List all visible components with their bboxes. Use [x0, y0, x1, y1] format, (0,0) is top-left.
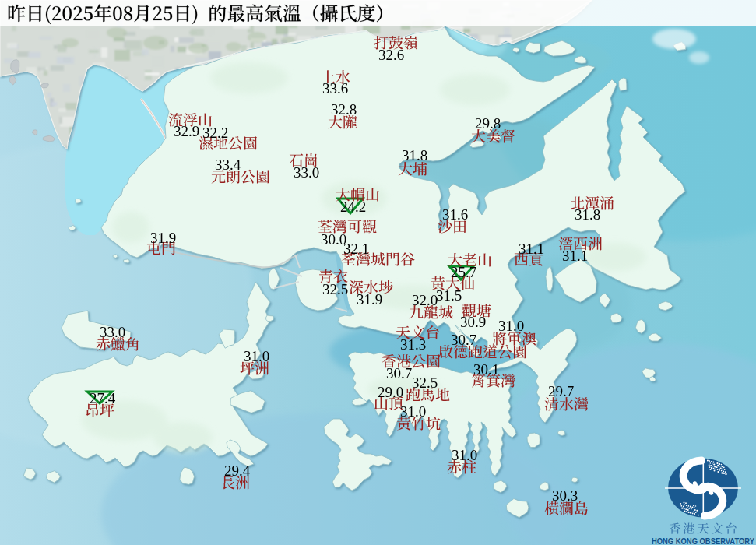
svg-text:31.5: 31.5	[436, 287, 462, 304]
svg-text:29.7: 29.7	[548, 383, 574, 399]
svg-text:32.5: 32.5	[322, 281, 348, 297]
svg-text:29.8: 29.8	[475, 115, 501, 132]
svg-text:31.0: 31.0	[244, 348, 269, 364]
svg-text:32.1: 32.1	[343, 241, 369, 257]
svg-text:33.0: 33.0	[100, 324, 125, 340]
svg-text:24.2: 24.2	[340, 199, 366, 215]
svg-text:31.1: 31.1	[519, 241, 544, 257]
svg-text:31.9: 31.9	[357, 291, 382, 308]
svg-text:29.0: 29.0	[378, 384, 403, 400]
svg-text:32.9: 32.9	[174, 123, 199, 139]
svg-text:32.0: 32.0	[412, 292, 438, 308]
svg-text:31.6: 31.6	[442, 206, 468, 223]
svg-text:32.8: 32.8	[331, 101, 357, 118]
svg-text:31.3: 31.3	[400, 336, 426, 353]
svg-text:30.9: 30.9	[460, 314, 486, 330]
svg-text:27.4: 27.4	[90, 390, 116, 406]
svg-text:31.0: 31.0	[400, 403, 426, 420]
svg-text:32.5: 32.5	[412, 374, 438, 391]
svg-text:33.0: 33.0	[294, 164, 319, 181]
svg-text:31.8: 31.8	[402, 147, 427, 164]
svg-text:31.0: 31.0	[498, 318, 524, 334]
svg-text:30.1: 30.1	[473, 361, 499, 378]
svg-text:31.9: 31.9	[150, 230, 176, 246]
svg-text:30.7: 30.7	[451, 332, 476, 348]
svg-text:29.4: 29.4	[224, 462, 251, 479]
svg-text:30.3: 30.3	[552, 487, 578, 504]
svg-text:33.4: 33.4	[215, 156, 241, 173]
svg-text:HONG KONG OBSERVATORY: HONG KONG OBSERVATORY	[652, 536, 754, 545]
svg-text:31.8: 31.8	[575, 206, 600, 223]
svg-text:33.6: 33.6	[322, 80, 348, 97]
svg-text:32.2: 32.2	[202, 125, 228, 141]
svg-text:31.1: 31.1	[562, 248, 588, 264]
svg-text:25.7: 25.7	[451, 264, 476, 280]
svg-text:31.0: 31.0	[452, 447, 477, 463]
svg-text:30.7: 30.7	[386, 365, 412, 382]
svg-text:32.6: 32.6	[378, 47, 404, 63]
